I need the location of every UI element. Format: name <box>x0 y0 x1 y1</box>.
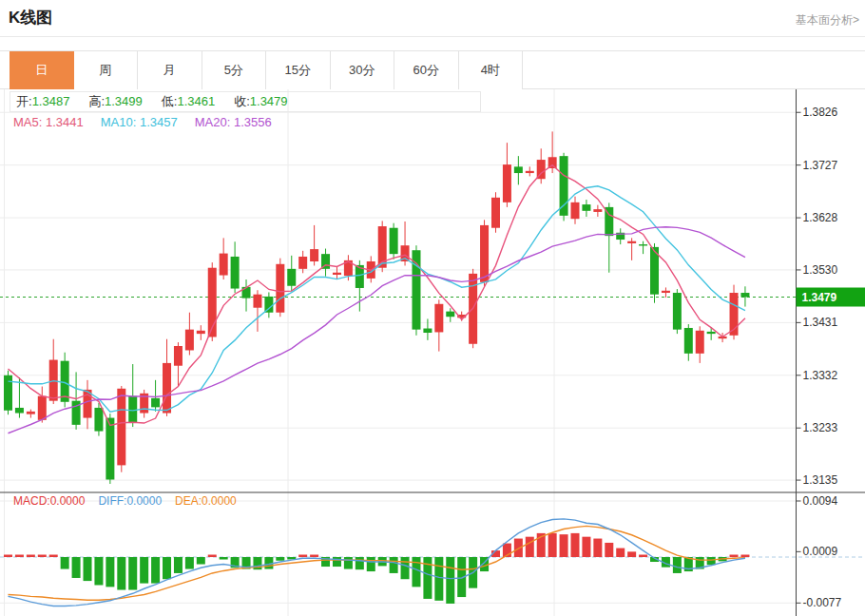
svg-text:1.3431: 1.3431 <box>803 316 838 329</box>
ma20-label: MA20: <box>195 115 231 129</box>
svg-text:1.3530: 1.3530 <box>803 263 838 277</box>
low-label: 低: <box>162 94 178 108</box>
header-divider <box>0 36 865 37</box>
ma5-value: 1.3441 <box>46 115 84 129</box>
macd-legend: MACD:0.0000 DIFF:0.0000 DEA:0.0000 <box>13 494 250 508</box>
ma5-line <box>9 165 745 426</box>
macd-histogram <box>4 533 749 604</box>
tab-day[interactable]: 日 <box>10 51 74 89</box>
diff-label: DIFF: <box>98 494 126 508</box>
svg-text:1.3826: 1.3826 <box>803 106 838 119</box>
candles-layer <box>4 131 749 484</box>
open-value: 1.3487 <box>32 94 70 108</box>
svg-text:1.3628: 1.3628 <box>803 211 838 224</box>
macd-label: MACD: <box>13 494 50 508</box>
low-value: 1.3461 <box>177 94 215 108</box>
page-title: K线图 <box>9 7 52 29</box>
tab-15min[interactable]: 15分 <box>266 51 331 89</box>
current-price-badge: 1.3479 <box>797 288 865 307</box>
ma-legend: MA5: 1.3441 MA10: 1.3457 MA20: 1.3556 <box>13 115 289 129</box>
high-value: 1.3499 <box>105 94 143 108</box>
diff-value: 0.0000 <box>126 494 162 508</box>
tab-week[interactable]: 周 <box>74 51 139 89</box>
ma5-label: MA5: <box>13 115 42 129</box>
svg-text:0.0094: 0.0094 <box>803 494 838 508</box>
svg-text:1.3332: 1.3332 <box>803 369 838 382</box>
ohlc-legend: 开:1.3487 高:1.3499 低:1.3461 收:1.3479 <box>10 91 481 112</box>
tab-5min[interactable]: 5分 <box>202 51 267 89</box>
tab-60min[interactable]: 60分 <box>394 51 459 89</box>
close-value: 1.3479 <box>250 94 288 108</box>
dea-value: 0.0000 <box>202 494 237 508</box>
high-label: 高: <box>88 94 105 108</box>
svg-text:-0.0077: -0.0077 <box>803 596 842 609</box>
svg-text:1.3233: 1.3233 <box>803 421 838 434</box>
grid-layer <box>0 89 865 616</box>
ma10-line <box>9 186 745 412</box>
price-axis: 1.38261.37271.36281.35301.34311.33321.32… <box>797 89 838 616</box>
tab-30min[interactable]: 30分 <box>331 51 395 89</box>
dea-label: DEA: <box>175 494 202 508</box>
svg-text:1.3135: 1.3135 <box>803 473 838 487</box>
macd-value: 0.0000 <box>50 494 86 508</box>
macd-axis: 0.00940.0009-0.0077 <box>797 494 842 609</box>
ma10-value: 1.3457 <box>140 115 178 129</box>
svg-text:1.3727: 1.3727 <box>803 159 838 172</box>
fundamental-analysis-link[interactable]: 基本面分析> <box>796 12 859 29</box>
close-label: 收: <box>234 94 250 108</box>
tab-month[interactable]: 月 <box>138 51 202 89</box>
svg-text:0.0009: 0.0009 <box>803 545 838 558</box>
open-label: 开: <box>16 94 32 108</box>
tab-4hour[interactable]: 4时 <box>459 51 524 89</box>
ma20-value: 1.3556 <box>234 115 272 129</box>
ma10-label: MA10: <box>101 115 137 129</box>
period-tab-bar: 日 周 月 5分 15分 30分 60分 4时 <box>0 50 865 89</box>
svg-text:1.3479: 1.3479 <box>802 291 837 304</box>
